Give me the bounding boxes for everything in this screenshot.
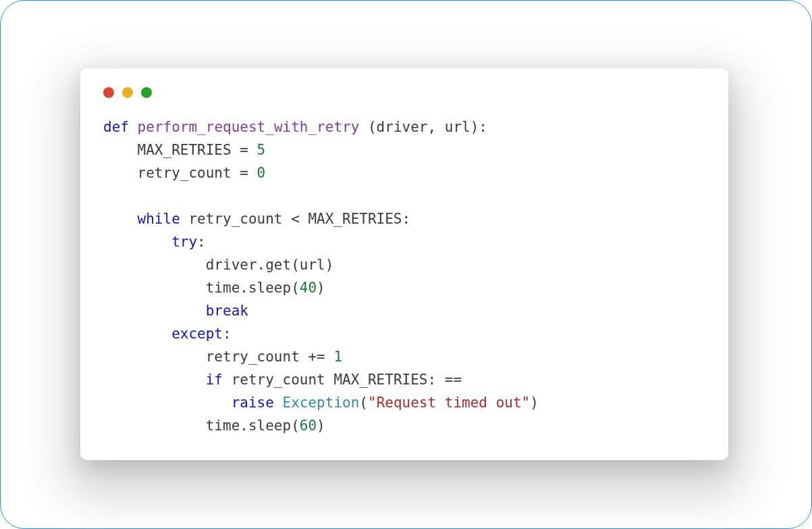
keyword-break: break (206, 303, 248, 319)
window-controls (103, 87, 705, 98)
try-colon: : (197, 234, 206, 250)
line-sleep40-b: ) (317, 280, 325, 296)
line-max-retries-a: MAX_RETRIES = (103, 142, 257, 158)
num-60: 60 (300, 418, 317, 434)
indent-except (103, 326, 171, 342)
indent-while (103, 211, 138, 227)
string-timeout: "Request timed out" (368, 395, 530, 411)
num-1: 1 (333, 349, 342, 365)
line-sleep40-a: time.sleep( (103, 280, 300, 296)
keyword-except: except (171, 326, 223, 342)
indent-break (103, 303, 206, 319)
raise-space (274, 395, 283, 411)
line-driver-get: driver.get(url) (103, 257, 333, 273)
indent-if (103, 372, 206, 388)
except-colon: : (223, 326, 232, 342)
class-exception: Exception (283, 395, 360, 411)
keyword-while: while (138, 211, 180, 227)
line-incr-a: retry_count += (103, 349, 333, 365)
code-card: def perform_request_with_retry (driver, … (80, 68, 728, 460)
function-signature: (driver, url): (359, 119, 487, 135)
zoom-icon[interactable] (141, 87, 152, 98)
code-block: def perform_request_with_retry (driver, … (103, 116, 705, 437)
indent-raise (103, 395, 232, 411)
line-sleep60-a: time.sleep( (103, 418, 300, 434)
line-retry-count-a: retry_count = (103, 165, 257, 181)
keyword-def: def (103, 119, 129, 135)
keyword-try: try (171, 234, 197, 250)
num-40: 40 (300, 280, 317, 296)
keyword-if: if (206, 372, 223, 388)
function-name: perform_request_with_retry (138, 119, 360, 135)
while-cond: retry_count < MAX_RETRIES: (180, 211, 410, 227)
paren-close: ) (530, 395, 539, 411)
num-5: 5 (257, 142, 266, 158)
num-0: 0 (257, 165, 266, 181)
if-cond: retry_count MAX_RETRIES: == (223, 372, 462, 388)
close-icon[interactable] (103, 87, 114, 98)
line-sleep60-b: ) (317, 418, 325, 434)
minimize-icon[interactable] (122, 87, 133, 98)
paren-open: ( (359, 395, 368, 411)
outer-frame: def perform_request_with_retry (driver, … (0, 0, 812, 529)
keyword-raise: raise (232, 395, 274, 411)
indent-try (103, 234, 171, 250)
